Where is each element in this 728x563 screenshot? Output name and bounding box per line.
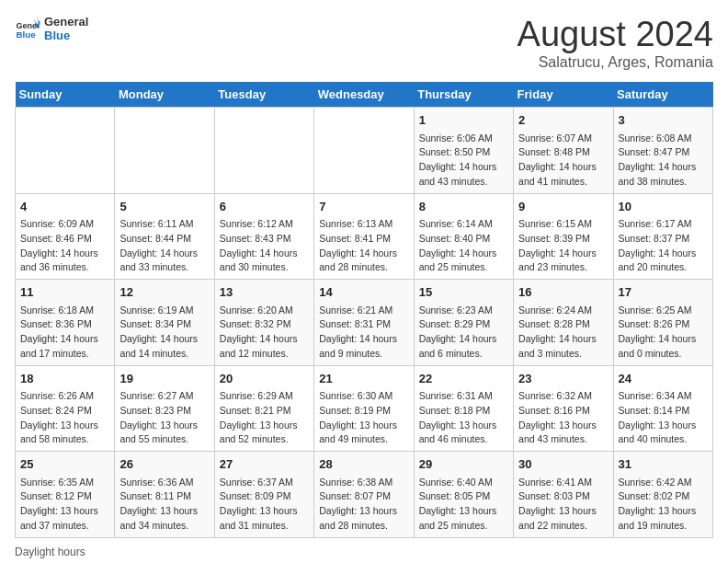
day-info: Sunrise: 6:15 AM Sunset: 8:39 PM Dayligh… [518, 217, 608, 275]
day-cell: 19Sunrise: 6:27 AM Sunset: 8:23 PM Dayli… [115, 365, 214, 452]
day-number: 7 [319, 198, 408, 216]
day-number: 30 [518, 455, 608, 474]
svg-text:Blue: Blue [16, 29, 36, 40]
day-cell [115, 108, 214, 194]
day-info: Sunrise: 6:30 AM Sunset: 8:19 PM Dayligh… [319, 389, 408, 447]
week-row-4: 18Sunrise: 6:26 AM Sunset: 8:24 PM Dayli… [16, 365, 713, 452]
day-cell: 16Sunrise: 6:24 AM Sunset: 8:28 PM Dayli… [514, 280, 613, 366]
day-info: Sunrise: 6:27 AM Sunset: 8:23 PM Dayligh… [119, 389, 209, 447]
day-number: 19 [119, 370, 209, 388]
day-cell: 24Sunrise: 6:34 AM Sunset: 8:14 PM Dayli… [613, 365, 712, 452]
day-number: 27 [220, 455, 309, 474]
day-cell: 13Sunrise: 6:20 AM Sunset: 8:32 PM Dayli… [214, 280, 313, 366]
day-info: Sunrise: 6:29 AM Sunset: 8:21 PM Dayligh… [220, 389, 309, 447]
main-title: August 2024 [518, 15, 713, 54]
day-number: 9 [518, 198, 608, 216]
day-info: Sunrise: 6:20 AM Sunset: 8:32 PM Dayligh… [220, 304, 309, 362]
day-number: 2 [518, 111, 608, 130]
day-cell: 8Sunrise: 6:14 AM Sunset: 8:40 PM Daylig… [414, 193, 513, 280]
day-cell [314, 108, 414, 194]
day-cell: 23Sunrise: 6:32 AM Sunset: 8:16 PM Dayli… [514, 365, 613, 452]
day-info: Sunrise: 6:06 AM Sunset: 8:50 PM Dayligh… [419, 132, 508, 190]
day-cell: 10Sunrise: 6:17 AM Sunset: 8:37 PM Dayli… [613, 193, 712, 280]
day-header-sunday: Sunday [16, 82, 115, 108]
day-header-wednesday: Wednesday [314, 82, 414, 108]
day-number: 17 [619, 283, 708, 302]
day-cell: 4Sunrise: 6:09 AM Sunset: 8:46 PM Daylig… [16, 193, 115, 280]
day-number: 4 [20, 198, 109, 216]
day-info: Sunrise: 6:19 AM Sunset: 8:34 PM Dayligh… [119, 304, 209, 362]
calendar-header: SundayMondayTuesdayWednesdayThursdayFrid… [16, 82, 713, 108]
day-info: Sunrise: 6:32 AM Sunset: 8:16 PM Dayligh… [518, 389, 608, 447]
day-cell: 26Sunrise: 6:36 AM Sunset: 8:11 PM Dayli… [115, 452, 214, 538]
header-row: SundayMondayTuesdayWednesdayThursdayFrid… [16, 82, 713, 108]
day-info: Sunrise: 6:35 AM Sunset: 8:12 PM Dayligh… [20, 476, 109, 534]
day-number: 22 [419, 370, 508, 388]
day-number: 21 [319, 370, 408, 388]
day-cell: 6Sunrise: 6:12 AM Sunset: 8:43 PM Daylig… [214, 193, 313, 280]
day-info: Sunrise: 6:34 AM Sunset: 8:14 PM Dayligh… [619, 389, 708, 447]
day-number: 31 [619, 455, 708, 474]
day-cell: 11Sunrise: 6:18 AM Sunset: 8:36 PM Dayli… [16, 280, 115, 366]
day-number: 13 [220, 283, 309, 302]
day-info: Sunrise: 6:18 AM Sunset: 8:36 PM Dayligh… [20, 304, 109, 362]
day-cell: 7Sunrise: 6:13 AM Sunset: 8:41 PM Daylig… [314, 193, 414, 280]
day-info: Sunrise: 6:11 AM Sunset: 8:44 PM Dayligh… [119, 217, 209, 275]
day-cell: 28Sunrise: 6:38 AM Sunset: 8:07 PM Dayli… [314, 452, 414, 538]
day-number: 28 [319, 455, 408, 474]
day-cell: 22Sunrise: 6:31 AM Sunset: 8:18 PM Dayli… [414, 365, 513, 452]
day-header-friday: Friday [514, 82, 613, 108]
day-cell: 1Sunrise: 6:06 AM Sunset: 8:50 PM Daylig… [414, 108, 513, 194]
day-info: Sunrise: 6:08 AM Sunset: 8:47 PM Dayligh… [619, 132, 708, 190]
day-number: 12 [119, 283, 209, 302]
day-info: Sunrise: 6:17 AM Sunset: 8:37 PM Dayligh… [619, 217, 708, 275]
day-info: Sunrise: 6:09 AM Sunset: 8:46 PM Dayligh… [20, 217, 109, 275]
day-info: Sunrise: 6:14 AM Sunset: 8:40 PM Dayligh… [419, 217, 508, 275]
day-number: 14 [319, 283, 408, 302]
day-header-tuesday: Tuesday [214, 82, 313, 108]
day-cell [16, 108, 115, 194]
day-cell: 29Sunrise: 6:40 AM Sunset: 8:05 PM Dayli… [414, 452, 513, 538]
day-number: 15 [419, 283, 508, 302]
day-info: Sunrise: 6:38 AM Sunset: 8:07 PM Dayligh… [319, 476, 408, 534]
day-cell: 18Sunrise: 6:26 AM Sunset: 8:24 PM Dayli… [16, 365, 115, 452]
day-number: 16 [518, 283, 608, 302]
day-cell: 21Sunrise: 6:30 AM Sunset: 8:19 PM Dayli… [314, 365, 414, 452]
title-area: August 2024 Salatrucu, Arges, Romania [518, 15, 713, 71]
day-number: 8 [419, 198, 508, 216]
day-cell: 31Sunrise: 6:42 AM Sunset: 8:02 PM Dayli… [613, 452, 712, 538]
week-row-2: 4Sunrise: 6:09 AM Sunset: 8:46 PM Daylig… [16, 193, 713, 280]
day-info: Sunrise: 6:23 AM Sunset: 8:29 PM Dayligh… [419, 304, 508, 362]
day-number: 23 [518, 370, 608, 388]
day-cell: 2Sunrise: 6:07 AM Sunset: 8:48 PM Daylig… [514, 108, 613, 194]
day-cell: 17Sunrise: 6:25 AM Sunset: 8:26 PM Dayli… [613, 280, 712, 366]
day-number: 24 [619, 370, 708, 388]
day-cell: 12Sunrise: 6:19 AM Sunset: 8:34 PM Dayli… [115, 280, 214, 366]
day-number: 18 [20, 370, 109, 388]
logo-icon: General Blue [15, 16, 40, 41]
day-number: 26 [119, 455, 209, 474]
week-row-3: 11Sunrise: 6:18 AM Sunset: 8:36 PM Dayli… [16, 280, 713, 366]
day-cell: 5Sunrise: 6:11 AM Sunset: 8:44 PM Daylig… [115, 193, 214, 280]
day-info: Sunrise: 6:31 AM Sunset: 8:18 PM Dayligh… [419, 389, 508, 447]
day-info: Sunrise: 6:40 AM Sunset: 8:05 PM Dayligh… [419, 476, 508, 534]
day-info: Sunrise: 6:24 AM Sunset: 8:28 PM Dayligh… [518, 304, 608, 362]
calendar-table: SundayMondayTuesdayWednesdayThursdayFrid… [15, 82, 713, 538]
day-header-thursday: Thursday [414, 82, 513, 108]
day-number: 5 [119, 198, 209, 216]
day-cell: 20Sunrise: 6:29 AM Sunset: 8:21 PM Dayli… [214, 365, 313, 452]
footer-note: Daylight hours [15, 546, 713, 558]
logo-blue: Blue [44, 29, 88, 42]
day-header-saturday: Saturday [613, 82, 712, 108]
week-row-5: 25Sunrise: 6:35 AM Sunset: 8:12 PM Dayli… [16, 452, 713, 538]
logo-general: General [44, 15, 88, 29]
day-number: 25 [20, 455, 109, 474]
sub-title: Salatrucu, Arges, Romania [518, 54, 713, 71]
day-info: Sunrise: 6:25 AM Sunset: 8:26 PM Dayligh… [619, 304, 708, 362]
day-info: Sunrise: 6:36 AM Sunset: 8:11 PM Dayligh… [119, 476, 209, 534]
day-cell: 15Sunrise: 6:23 AM Sunset: 8:29 PM Dayli… [414, 280, 513, 366]
day-cell: 25Sunrise: 6:35 AM Sunset: 8:12 PM Dayli… [16, 452, 115, 538]
day-header-monday: Monday [115, 82, 214, 108]
day-info: Sunrise: 6:41 AM Sunset: 8:03 PM Dayligh… [518, 476, 608, 534]
day-info: Sunrise: 6:42 AM Sunset: 8:02 PM Dayligh… [619, 476, 708, 534]
